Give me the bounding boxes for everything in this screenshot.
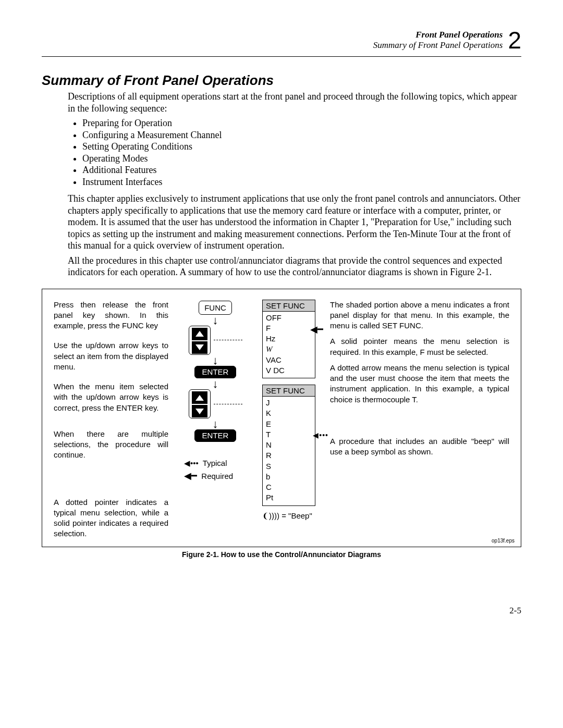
flow-arrow-icon: ↓ <box>213 421 218 427</box>
down-arrow-icon <box>192 341 207 354</box>
menu-title: SET FUNC <box>263 300 315 312</box>
down-arrow-icon <box>192 405 207 417</box>
paragraph-2: This chapter applies exclusively to inst… <box>68 193 521 252</box>
solid-pointer-icon: ◀━ <box>310 323 323 336</box>
figure-center-flow: FUNC ↓ ↓ ENTER ↓ <box>168 300 262 539</box>
menu-box-2: SET FUNC J K E T◀••• N R S b C Pt <box>262 385 315 506</box>
flow-arrow-icon: ↓ <box>213 357 218 364</box>
topic-item: Instrument Interfaces <box>82 176 521 188</box>
intro-paragraph: Descriptions of all equipment operations… <box>68 91 521 114</box>
menu-items: OFF F◀━ Hz W VAC V DC <box>263 312 315 378</box>
menu-box-1: SET FUNC OFF F◀━ Hz W VAC V DC <box>262 300 315 379</box>
dashed-connector <box>214 404 242 404</box>
dotted-arrow-icon: ◀••• <box>184 459 199 467</box>
page-header: Front Panel Operations Summary of Front … <box>42 26 521 57</box>
flow-arrow-icon: ↓ <box>213 317 218 324</box>
arrow-keys <box>189 326 211 355</box>
topic-item: Preparing for Operation <box>82 117 521 129</box>
figure-left-column: Press then release the front panel key s… <box>54 300 168 539</box>
topic-item: Operating Modes <box>82 153 521 165</box>
topic-item: Additional Features <box>82 164 521 176</box>
page-number: 2-5 <box>42 606 521 616</box>
enter-key: ENTER <box>194 366 237 378</box>
arrow-keys <box>189 389 211 418</box>
beep-legend: ❨)))) = "Beep" <box>262 511 330 521</box>
fig-left-p5: A dotted pointer indicates a typical men… <box>54 497 168 539</box>
fig-right-p4: A procedure that includes an audible "be… <box>330 436 509 458</box>
fig-left-p2: Use the up/down arrow keys to select an … <box>54 340 168 372</box>
func-key: FUNC <box>199 301 232 315</box>
dashed-connector <box>214 340 242 340</box>
figure-caption: Figure 2-1. How to use the Control/Annun… <box>42 550 521 559</box>
header-text-block: Front Panel Operations Summary of Front … <box>373 30 503 51</box>
fig-right-p1: The shaded portion above a menu indicate… <box>330 300 509 331</box>
menu-title: SET FUNC <box>263 385 315 397</box>
fig-left-p4: When there are multiple selections, the … <box>54 429 168 461</box>
figure-menu-column: SET FUNC OFF F◀━ Hz W VAC V DC SET FUNC … <box>262 300 330 539</box>
legend-typical-row: ◀••• Typical <box>184 459 233 468</box>
beep-icon: ❨)))) <box>262 511 279 520</box>
flow-arrow-icon: ↓ <box>213 380 218 387</box>
fig-right-p3: A dotted arrow means the menu selection … <box>330 363 509 405</box>
header-line2: Summary of Front Panel Operations <box>373 40 503 51</box>
up-arrow-icon <box>192 391 207 404</box>
topics-list: Preparing for Operation Configuring a Me… <box>68 117 521 188</box>
solid-arrow-icon: ◀━ <box>184 471 197 481</box>
enter-key: ENTER <box>194 429 237 442</box>
topic-item: Configuring a Measurement Channel <box>82 129 521 141</box>
header-line1: Front Panel Operations <box>373 30 503 40</box>
fig-left-p1: Press then release the front panel key s… <box>54 300 168 331</box>
topic-item: Setting Operating Conditions <box>82 141 521 153</box>
fig-left-p3: When the menu item selected with the up/… <box>54 381 168 413</box>
section-title: Summary of Front Panel Operations <box>42 72 521 89</box>
paragraph-3: All the procedures in this chapter use c… <box>68 255 521 278</box>
up-arrow-icon <box>192 328 207 340</box>
dotted-pointer-icon: ◀••• <box>313 430 328 440</box>
figure-right-column: The shaded portion above a menu indicate… <box>330 300 509 539</box>
legend-required-row: ◀━ Required <box>184 470 233 482</box>
figure-box: Press then release the front panel key s… <box>42 289 521 547</box>
menu-items: J K E T◀••• N R S b C Pt <box>263 397 315 505</box>
fig-right-p2: A solid pointer means the menu selection… <box>330 336 509 357</box>
chapter-number: 2 <box>508 26 521 54</box>
eps-filename: op13f.eps <box>492 538 515 544</box>
